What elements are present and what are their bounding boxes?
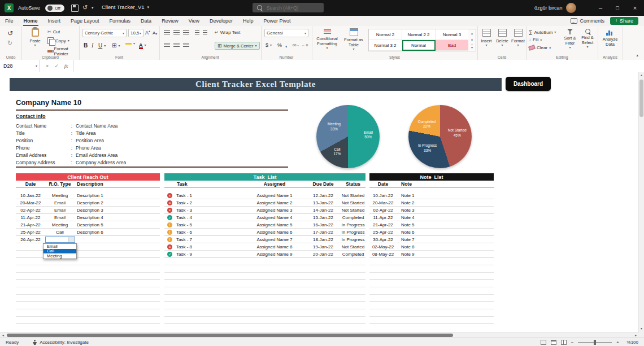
task-row[interactable]: Task - 7 Assigned Name 7 18-Jan-22 In Pr… (164, 236, 365, 243)
bold-button[interactable]: B (84, 42, 88, 49)
shrink-font-button[interactable]: A▾ (153, 30, 157, 36)
find-select-button[interactable]: Find & Select ▾ (580, 29, 595, 49)
cell-style-chip[interactable]: Normal 3 2 (369, 40, 402, 51)
task-status-cell[interactable]: Not Started (341, 200, 365, 205)
note-date-cell[interactable]: 25-Apr-22 (369, 230, 397, 235)
reachout-desc-cell[interactable]: Description 1 (75, 193, 160, 198)
normal-view-icon[interactable] (541, 340, 546, 345)
font-color-button[interactable]: A▾ (139, 42, 146, 48)
horizontal-scroll-thumb[interactable] (7, 334, 453, 337)
contact-field-row[interactable]: Contact Name : Contact Name Area (16, 122, 288, 129)
cancel-entry-icon[interactable]: × (46, 63, 49, 69)
contact-field-row[interactable]: Email Address : Email Address Area (16, 151, 288, 159)
align-right-button[interactable] (183, 43, 189, 48)
search-box[interactable] (253, 3, 324, 12)
note-text-cell[interactable]: Note 3 (397, 208, 494, 213)
vertical-scroll-thumb[interactable] (639, 80, 643, 117)
grow-font-button[interactable]: A▴ (145, 30, 150, 36)
comments-button[interactable]: Comments (571, 18, 604, 24)
note-text-cell[interactable]: Note 5 (397, 222, 494, 227)
column-header[interactable]: Description (75, 181, 160, 187)
task-due-cell[interactable]: 13-Jan-22 (306, 200, 341, 205)
task-assigned-cell[interactable]: Assigned Name 3 (243, 208, 306, 213)
ribbon-tab[interactable]: File (0, 16, 19, 26)
reachout-row[interactable]: 25-Apr-22 Call Description 6 (16, 229, 160, 236)
task-due-cell[interactable]: 18-Jan-22 (306, 237, 341, 242)
ribbon-tab[interactable]: Help (238, 16, 259, 26)
italic-button[interactable]: I (92, 42, 93, 49)
task-row[interactable]: Task - 2 Assigned Name 2 13-Jan-22 Not S… (164, 199, 365, 207)
task-status-cell[interactable]: Completed (341, 252, 365, 257)
quick-access-chevron-icon[interactable]: ▾ (92, 6, 94, 10)
cells-button[interactable]: Insert ▾ (480, 29, 493, 47)
note-text-cell[interactable]: Note 9 (397, 252, 494, 257)
contact-field-row[interactable]: Position : Position Area (16, 137, 288, 144)
wrap-text-button[interactable]: ↵ Wrap Text (215, 30, 240, 35)
page-layout-view-icon[interactable] (551, 340, 556, 345)
reachout-row[interactable]: 10-Jan-22 Meeting Description 1 (16, 192, 160, 199)
minimize-button[interactable]: – (593, 0, 608, 16)
contact-field-value[interactable]: Company Address Area (76, 160, 126, 165)
reachout-desc-cell[interactable]: Description 2 (75, 200, 160, 205)
note-row[interactable]: 10-Jan-22 Note 1 (369, 192, 494, 199)
reachout-date-cell[interactable]: 11-Apr-22 (16, 215, 45, 220)
redo-button[interactable]: ↻ (7, 40, 12, 47)
contact-info-title[interactable]: Contact Info (16, 113, 46, 119)
cell-style-chip[interactable]: Normal 2 2 (402, 29, 436, 40)
task-status-cell[interactable]: In Progress (341, 222, 365, 227)
reachout-desc-cell[interactable]: Description 5 (75, 222, 160, 227)
cut-button[interactable]: ✂Cut (47, 29, 60, 34)
fill-color-button[interactable]: ▾ (125, 42, 135, 45)
reachout-row[interactable]: 20-Mar-22 Email Description 2 (16, 199, 160, 207)
undo-quick-button[interactable]: ↺ (82, 4, 88, 11)
reachout-date-cell[interactable]: 26-Apr-22 (16, 237, 45, 242)
dashboard-button[interactable]: Dashboard (506, 77, 551, 91)
zoom-slider-knob[interactable] (594, 340, 596, 345)
reachout-date-cell[interactable]: 21-Apr-22 (16, 222, 45, 227)
font-name-select[interactable]: Century Gothic▾ (82, 29, 127, 37)
dropdown-option[interactable]: Email (43, 244, 76, 249)
user-name[interactable]: özgür bircan (534, 5, 563, 11)
note-text-cell[interactable]: Note 6 (397, 230, 494, 235)
task-row[interactable]: Task - 8 Assigned Name 8 19-Jan-22 Not S… (164, 243, 365, 251)
underline-button[interactable]: U▾ (98, 42, 106, 49)
task-assigned-cell[interactable]: Assigned Name 7 (243, 237, 306, 242)
cell-reference-input[interactable] (2, 63, 27, 69)
reachout-row[interactable]: 11-Apr-22 Email Description 4 (16, 214, 160, 221)
paste-button[interactable]: Paste ▾ (25, 28, 45, 47)
reachout-desc-cell[interactable]: Description 4 (75, 215, 160, 220)
font-size-select[interactable]: 10,5▾ (128, 29, 143, 37)
align-top-button[interactable] (164, 30, 170, 36)
task-assigned-cell[interactable]: Assigned Name 4 (243, 215, 306, 220)
note-text-cell[interactable]: Note 4 (397, 215, 494, 220)
close-button[interactable]: × (627, 0, 643, 16)
reachout-desc-cell[interactable]: Description 6 (75, 230, 160, 235)
task-row[interactable]: Task - 5 Assigned Name 5 16-Jan-22 In Pr… (164, 221, 365, 229)
task-due-cell[interactable]: 14-Jan-22 (306, 208, 341, 213)
align-center-button[interactable] (173, 43, 180, 48)
task-row[interactable]: Task - 9 Assigned Name 9 20-Jan-22 Compl… (164, 251, 365, 258)
note-date-cell[interactable]: 02-May-22 (369, 244, 397, 249)
ro-type-dropdown-cell[interactable] (45, 236, 75, 243)
task-assigned-cell[interactable]: Assigned Name 8 (243, 244, 306, 249)
analyze-data-button[interactable]: Analyze Data (600, 29, 620, 47)
increase-decimal-button[interactable]: .00→ (291, 43, 299, 47)
reachout-date-cell[interactable]: 02-Apr-22 (16, 208, 45, 213)
scroll-down-icon[interactable]: ▾ (639, 326, 644, 331)
sort-filter-button[interactable]: Sort & Filter ▾ (562, 29, 578, 49)
column-header[interactable]: Task (164, 181, 243, 187)
fill-button[interactable]: ↓Fill▾ (529, 37, 542, 42)
reachout-date-cell[interactable]: 10-Jan-22 (16, 193, 45, 198)
dropdown-option[interactable]: Meeting (43, 253, 76, 259)
task-status-cell[interactable]: Completed (341, 215, 365, 220)
reachout-row[interactable]: 21-Apr-22 Meeting Description 5 (16, 221, 160, 229)
percent-format-button[interactable]: % (277, 42, 282, 48)
maximize-button[interactable]: □ (610, 0, 625, 16)
align-bottom-button[interactable] (183, 30, 189, 36)
contact-field-row[interactable]: Title : Title Area (16, 129, 288, 137)
task-due-cell[interactable]: 17-Jan-22 (306, 230, 341, 235)
ribbon-tab[interactable]: Page Layout (66, 16, 105, 26)
task-assigned-cell[interactable]: Assigned Name 6 (243, 230, 306, 235)
cells-button[interactable]: Format ▾ (511, 29, 525, 47)
note-date-cell[interactable]: 30-Apr-22 (369, 237, 397, 242)
